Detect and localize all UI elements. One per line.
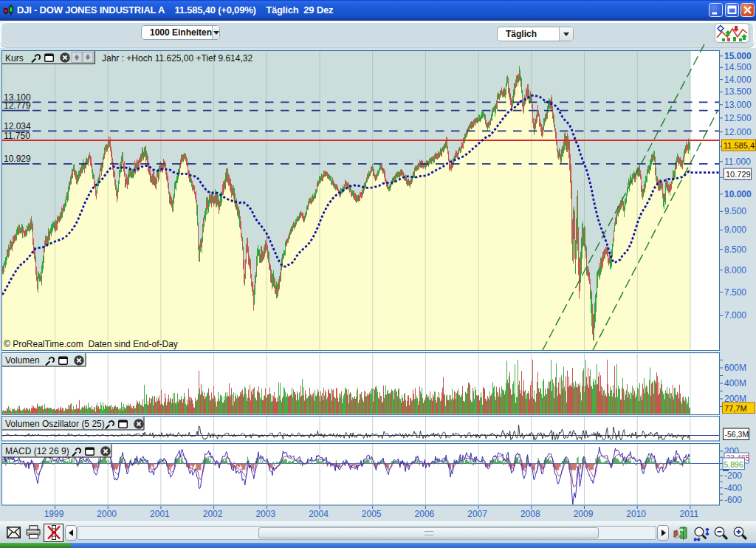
svg-text:400M: 400M <box>724 378 746 388</box>
svg-text:Volumen Oszillator (5 25): Volumen Oszillator (5 25) <box>5 419 105 429</box>
svg-text:2001: 2001 <box>150 509 170 519</box>
svg-text:13.500: 13.500 <box>724 86 752 97</box>
svg-text:8.500: 8.500 <box>724 244 746 255</box>
svg-text:10.000: 10.000 <box>724 189 752 199</box>
svg-text:2009: 2009 <box>574 509 594 519</box>
svg-text:9.000: 9.000 <box>724 225 746 235</box>
svg-text:11.750: 11.750 <box>4 131 30 141</box>
svg-text:2011: 2011 <box>679 509 698 519</box>
svg-text:11.585,4: 11.585,4 <box>724 141 755 150</box>
svg-text:Jahr : +Hoch 11.625,00 +Tief 9: Jahr : +Hoch 11.625,00 +Tief 9.614,32 <box>102 53 252 64</box>
svg-text:2002: 2002 <box>203 509 223 519</box>
svg-text:14.000: 14.000 <box>724 75 752 85</box>
svg-text:-200: -200 <box>724 470 742 481</box>
svg-text:600M: 600M <box>724 363 746 373</box>
svg-text:Kurs: Kurs <box>5 53 24 64</box>
svg-text:12.000: 12.000 <box>724 127 752 137</box>
svg-text:2000: 2000 <box>97 509 117 519</box>
svg-text:-400: -400 <box>724 483 742 493</box>
svg-text:12.779: 12.779 <box>4 100 31 111</box>
svg-text:2010: 2010 <box>626 509 646 519</box>
svg-text:2005: 2005 <box>362 509 382 519</box>
svg-text:2004: 2004 <box>309 509 329 519</box>
svg-text:10.929: 10.929 <box>4 154 31 164</box>
svg-text:13.000: 13.000 <box>724 100 752 110</box>
svg-text:10.729: 10.729 <box>726 170 751 179</box>
svg-text:12.500: 12.500 <box>724 113 752 123</box>
svg-text:7.500: 7.500 <box>724 287 746 298</box>
svg-text:2006: 2006 <box>415 509 435 519</box>
svg-text:-56,3M: -56,3M <box>725 430 749 439</box>
svg-text:Volumen: Volumen <box>5 355 40 366</box>
svg-text:MACD (12 26 9): MACD (12 26 9) <box>5 446 69 456</box>
svg-text:9.500: 9.500 <box>724 206 746 216</box>
svg-text:77,7M: 77,7M <box>724 404 747 413</box>
svg-text:2008: 2008 <box>520 509 540 519</box>
svg-text:15.000: 15.000 <box>724 51 752 61</box>
svg-text:-600: -600 <box>724 495 742 505</box>
svg-text:14.500: 14.500 <box>724 62 752 72</box>
svg-text:5,896: 5,896 <box>724 460 743 469</box>
svg-text:8.000: 8.000 <box>724 265 746 275</box>
svg-text:1999: 1999 <box>44 509 64 519</box>
svg-text:7.000: 7.000 <box>724 310 746 321</box>
svg-text:11.000: 11.000 <box>724 157 751 167</box>
svg-text:2003: 2003 <box>255 509 275 519</box>
svg-text:© ProRealTime.com Daten sind: © ProRealTime.com Daten sind End-of-Day <box>4 339 178 349</box>
svg-text:2007: 2007 <box>467 509 487 519</box>
